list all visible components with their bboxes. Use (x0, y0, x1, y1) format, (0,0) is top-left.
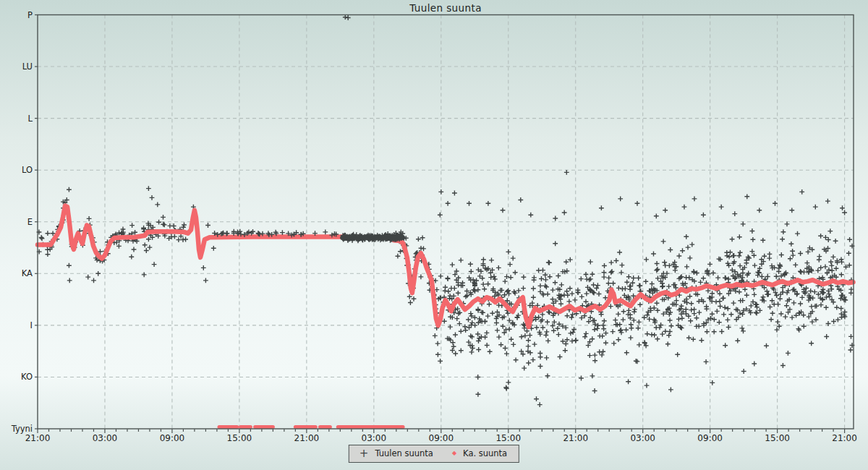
x-tick-label: 15:00 (495, 433, 521, 443)
plus-marker-icon: + (359, 450, 369, 457)
diamond-marker-icon: ◆ (452, 450, 456, 456)
chart-title: Tuulen suunta (38, 2, 854, 14)
legend: + Tuulen suunta ◆ Ka. suunta (349, 445, 519, 463)
legend-item-ka-suunta: ◆ Ka. suunta (452, 448, 507, 458)
legend-item-tuulen-suunta: + Tuulen suunta (359, 448, 433, 458)
x-tick-label: 09:00 (160, 433, 185, 443)
plot-canvas: 21:0003:0009:0015:0021:0003:0009:0015:00… (0, 0, 868, 470)
y-tick-label: LO (22, 165, 33, 175)
x-tick-label: 21:00 (25, 433, 51, 443)
wind-direction-chart: 21:0003:0009:0015:0021:0003:0009:0015:00… (0, 0, 868, 470)
x-tick-label: 03:00 (630, 433, 655, 443)
legend-label: Ka. suunta (463, 448, 507, 458)
x-tick-label: 15:00 (227, 433, 252, 443)
y-tick-label: Tyyni (11, 424, 33, 434)
y-tick-label: I (30, 320, 33, 330)
x-tick-label: 21:00 (563, 433, 588, 443)
x-tick-label: 09:00 (697, 433, 723, 443)
x-tick-label: 03:00 (362, 433, 387, 443)
y-tick-label: E (27, 217, 33, 227)
x-tick-label: 09:00 (429, 433, 454, 443)
y-tick-label: L (28, 114, 33, 124)
legend-label: Tuulen suunta (375, 448, 433, 458)
y-tick-label: LU (22, 61, 33, 72)
x-tick-label: 03:00 (93, 433, 118, 443)
x-tick-label: 15:00 (765, 433, 790, 443)
y-tick-label: KA (22, 268, 33, 278)
x-tick-label: 21:00 (294, 433, 320, 443)
y-tick-label: P (27, 10, 33, 20)
y-tick-label: KO (21, 372, 33, 382)
x-tick-label: 21:00 (832, 433, 857, 443)
